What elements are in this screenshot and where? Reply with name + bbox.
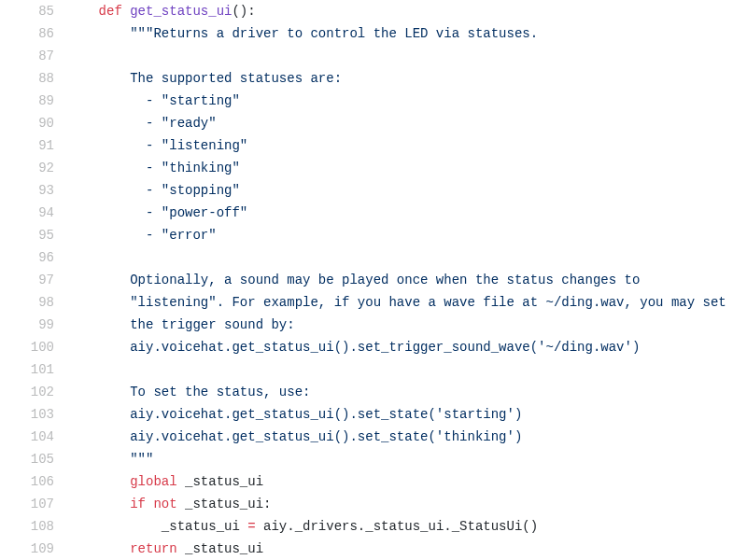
indent — [67, 295, 130, 310]
indent — [67, 497, 130, 511]
code-line[interactable]: - "ready" — [67, 112, 747, 134]
line-number: 102 — [0, 381, 54, 403]
token-str: - "power-off" — [130, 205, 247, 220]
code-line[interactable]: - "thinking" — [67, 157, 747, 179]
indent — [67, 385, 130, 399]
line-number: 92 — [0, 157, 54, 179]
code-line[interactable]: aiy.voicehat.get_status_ui().set_state('… — [67, 426, 747, 448]
line-number: 89 — [0, 90, 54, 112]
token-txt: aiy._drivers._status_ui._StatusUi() — [256, 519, 538, 534]
token-str: - "ready" — [130, 116, 216, 131]
token-kw: not — [153, 497, 176, 511]
code-line[interactable]: def get_status_ui(): — [67, 0, 747, 22]
code-line[interactable]: Optionally, a sound may be played once w… — [67, 269, 747, 291]
code-line[interactable]: - "power-off" — [67, 202, 747, 224]
token-kw: global — [130, 474, 176, 489]
indent — [67, 541, 130, 556]
line-number: 108 — [0, 515, 54, 538]
line-number: 93 — [0, 179, 54, 202]
token-str: aiy.voicehat.get_status_ui().set_trigger… — [130, 340, 640, 355]
code-line[interactable]: "listening". For example, if you have a … — [67, 291, 747, 314]
code-line[interactable] — [67, 246, 747, 269]
token-txt: _status_ui: — [177, 497, 272, 511]
token-str: aiy.voicehat.get_status_ui().set_state('… — [130, 407, 522, 422]
line-number: 86 — [0, 22, 54, 45]
line-number: 103 — [0, 403, 54, 426]
code-line[interactable]: - "error" — [67, 224, 747, 246]
code-line[interactable]: To set the status, use: — [67, 381, 747, 403]
code-line[interactable]: the trigger sound by: — [67, 314, 747, 336]
indent — [67, 138, 130, 153]
indent — [67, 4, 99, 19]
line-number: 91 — [0, 134, 54, 157]
code-line[interactable] — [67, 358, 747, 381]
token-str: Optionally, a sound may be played once w… — [130, 273, 640, 287]
indent — [67, 71, 130, 86]
indent — [67, 519, 162, 534]
code-line[interactable]: _status_ui = aiy._drivers._status_ui._St… — [67, 515, 747, 538]
token-kw: return — [130, 541, 176, 556]
code-viewer: 8586878889909192939495969798991001011021… — [0, 0, 747, 560]
code-line[interactable]: """Returns a driver to control the LED v… — [67, 22, 747, 45]
token-str: - "thinking" — [130, 161, 240, 175]
code-content[interactable]: def get_status_ui(): """Returns a driver… — [67, 0, 747, 560]
indent — [67, 161, 130, 175]
indent — [67, 474, 130, 489]
line-number: 109 — [0, 538, 54, 560]
line-number-gutter: 8586878889909192939495969798991001011021… — [0, 0, 67, 560]
line-number: 95 — [0, 224, 54, 246]
line-number: 97 — [0, 269, 54, 291]
token-str: The supported statuses are: — [130, 71, 342, 86]
indent — [67, 93, 130, 108]
token-str: """ — [130, 452, 153, 467]
indent — [67, 205, 130, 220]
indent — [67, 273, 130, 287]
token-txt: _status_ui — [177, 474, 263, 489]
line-number: 87 — [0, 45, 54, 67]
indent — [67, 228, 130, 243]
indent — [67, 429, 130, 444]
indent — [67, 116, 130, 131]
token-kw: if — [130, 497, 146, 511]
line-number: 85 — [0, 0, 54, 22]
line-number: 99 — [0, 314, 54, 336]
line-number: 94 — [0, 202, 54, 224]
token-str: - "listening" — [130, 138, 247, 153]
code-line[interactable] — [67, 45, 747, 67]
line-number: 101 — [0, 358, 54, 381]
indent — [67, 183, 130, 198]
token-str: To set the status, use: — [130, 385, 310, 399]
code-line[interactable]: - "stopping" — [67, 179, 747, 202]
token-txt: _status_ui — [162, 519, 247, 534]
code-line[interactable]: - "starting" — [67, 90, 747, 112]
token-txt: _status_ui — [177, 541, 263, 556]
indent — [67, 26, 130, 41]
line-number: 100 — [0, 336, 54, 358]
indent — [67, 452, 130, 467]
token-txt: (): — [232, 4, 255, 19]
token-str: """Returns a driver to control the LED v… — [130, 26, 538, 41]
line-number: 90 — [0, 112, 54, 134]
code-line[interactable]: - "listening" — [67, 134, 747, 157]
line-number: 88 — [0, 67, 54, 90]
code-line[interactable]: The supported statuses are: — [67, 67, 747, 90]
token-str: - "stopping" — [130, 183, 240, 198]
line-number: 105 — [0, 448, 54, 470]
line-number: 96 — [0, 246, 54, 269]
code-line[interactable]: aiy.voicehat.get_status_ui().set_state('… — [67, 403, 747, 426]
token-str: - "starting" — [130, 93, 240, 108]
token-str: "listening". For example, if you have a … — [130, 295, 726, 310]
code-line[interactable]: """ — [67, 448, 747, 470]
token-kw: def — [99, 4, 131, 19]
line-number: 98 — [0, 291, 54, 314]
code-line[interactable]: aiy.voicehat.get_status_ui().set_trigger… — [67, 336, 747, 358]
code-line[interactable]: global _status_ui — [67, 470, 747, 493]
token-kw: = — [247, 519, 255, 534]
indent — [67, 317, 130, 332]
code-line[interactable]: if not _status_ui: — [67, 493, 747, 515]
token-fn: get_status_ui — [130, 4, 232, 19]
line-number: 106 — [0, 470, 54, 493]
code-line[interactable]: return _status_ui — [67, 538, 747, 560]
indent — [67, 340, 130, 355]
token-str: aiy.voicehat.get_status_ui().set_state('… — [130, 429, 522, 444]
